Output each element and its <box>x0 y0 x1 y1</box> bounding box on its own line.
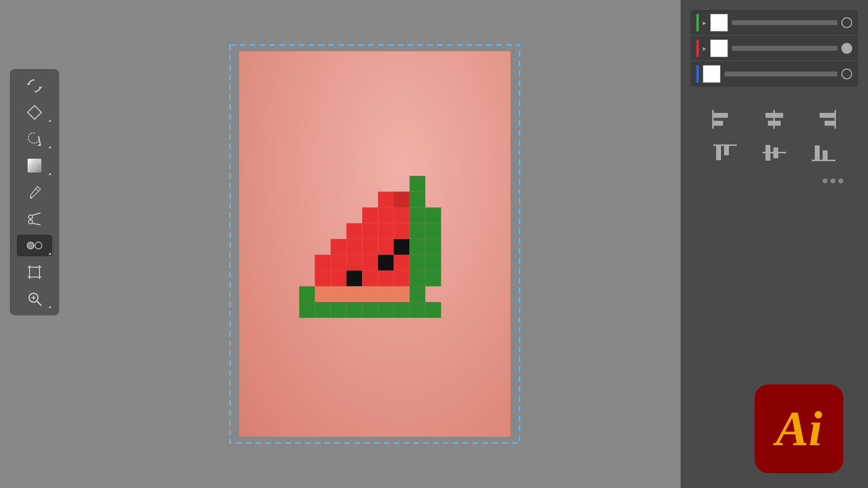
layer-name-bar-3 <box>724 71 837 76</box>
svg-point-14 <box>35 242 42 249</box>
layer-visibility-3[interactable] <box>841 69 852 79</box>
svg-rect-78 <box>394 302 409 318</box>
lasso-tool[interactable] <box>17 128 52 150</box>
layer-row-1[interactable]: ▸ <box>690 10 858 35</box>
tool-submenu-arrow <box>48 146 51 148</box>
svg-rect-35 <box>378 192 394 208</box>
svg-rect-70 <box>378 286 394 302</box>
layer-color-indicator-2 <box>696 39 699 57</box>
align-panel <box>690 102 858 188</box>
layer-thumbnail-2 <box>710 39 728 57</box>
more-dot-2 <box>831 178 835 183</box>
svg-rect-45 <box>330 239 346 255</box>
svg-rect-77 <box>378 302 394 318</box>
align-left-button[interactable] <box>708 106 742 132</box>
more-options[interactable] <box>700 178 848 183</box>
layer-expand-2[interactable]: ▸ <box>703 44 706 52</box>
svg-rect-30 <box>409 176 425 192</box>
svg-point-13 <box>27 242 34 249</box>
svg-rect-57 <box>394 255 409 271</box>
svg-marker-0 <box>27 83 31 85</box>
align-right-button[interactable] <box>806 106 841 132</box>
svg-rect-87 <box>713 113 728 118</box>
blend-tool[interactable] <box>17 235 52 256</box>
svg-rect-68 <box>346 286 362 302</box>
svg-rect-94 <box>825 121 834 126</box>
artboard-inner <box>239 51 510 437</box>
svg-rect-55 <box>362 255 378 271</box>
align-top-button[interactable] <box>708 140 742 166</box>
svg-rect-52 <box>315 255 330 271</box>
svg-rect-102 <box>815 145 820 160</box>
svg-line-7 <box>36 188 38 191</box>
svg-rect-75 <box>346 302 362 318</box>
layer-row-2[interactable]: ▸ <box>690 35 858 61</box>
svg-rect-41 <box>362 223 378 239</box>
svg-rect-47 <box>362 239 378 255</box>
artboard[interactable] <box>239 51 510 437</box>
svg-rect-37 <box>362 208 378 223</box>
artboard-container <box>229 44 520 444</box>
gradient-tool[interactable] <box>17 155 52 176</box>
svg-rect-62 <box>362 271 378 286</box>
svg-point-9 <box>29 215 33 219</box>
svg-rect-92 <box>773 110 775 129</box>
svg-rect-80 <box>299 302 315 318</box>
more-dot-1 <box>823 178 828 183</box>
more-dot-3 <box>838 178 843 183</box>
canvas-area[interactable] <box>69 0 681 488</box>
svg-rect-96 <box>716 145 721 160</box>
svg-rect-44 <box>409 223 425 239</box>
svg-rect-53 <box>330 255 346 271</box>
right-panel: ▸ ▸ <box>681 0 868 488</box>
svg-rect-50 <box>394 239 409 255</box>
svg-rect-89 <box>712 110 714 129</box>
svg-point-8 <box>30 197 32 199</box>
pixel-watermelon <box>299 160 457 343</box>
layer-color-indicator-3 <box>696 65 699 83</box>
tool-submenu-arrow <box>48 306 51 308</box>
ai-logo: Ai <box>755 384 843 473</box>
rotate-tool[interactable] <box>17 75 52 97</box>
eyedropper-tool[interactable] <box>17 181 52 203</box>
layer-row-3[interactable] <box>690 61 858 87</box>
svg-rect-85 <box>425 239 441 255</box>
svg-rect-60 <box>330 271 346 286</box>
layer-visibility-2[interactable] <box>841 43 852 54</box>
tool-panel <box>10 69 59 315</box>
layer-visibility-1[interactable] <box>841 17 852 28</box>
layer-thumbnail-1 <box>710 14 728 32</box>
tool-submenu-arrow <box>48 252 51 255</box>
svg-rect-93 <box>820 113 834 118</box>
svg-line-12 <box>32 223 40 225</box>
svg-rect-88 <box>713 121 723 126</box>
svg-rect-59 <box>315 271 330 286</box>
layer-expand-1[interactable]: ▸ <box>703 19 706 27</box>
svg-rect-76 <box>362 302 378 318</box>
svg-rect-67 <box>330 286 346 302</box>
diamond-tool[interactable] <box>17 102 52 123</box>
align-center-h-button[interactable] <box>757 106 792 132</box>
svg-rect-73 <box>315 302 330 318</box>
svg-marker-1 <box>38 87 42 89</box>
scissors-tool[interactable] <box>17 208 52 230</box>
svg-rect-38 <box>378 208 394 223</box>
zoom-tool[interactable] <box>17 288 52 310</box>
svg-rect-46 <box>346 239 362 255</box>
layer-name-bar-1 <box>732 20 837 25</box>
svg-marker-2 <box>28 105 41 119</box>
ai-logo-text: Ai <box>776 404 822 453</box>
svg-rect-84 <box>425 255 441 271</box>
svg-rect-63 <box>378 271 394 286</box>
svg-rect-40 <box>346 223 362 239</box>
tool-submenu-arrow <box>48 119 51 122</box>
layer-thumbnail-3 <box>703 65 721 83</box>
svg-rect-74 <box>330 302 346 318</box>
svg-rect-48 <box>378 239 394 255</box>
align-center-v-button[interactable] <box>757 140 792 166</box>
artboard-tool[interactable] <box>17 261 52 283</box>
align-bottom-button[interactable] <box>806 140 841 166</box>
svg-rect-72 <box>409 286 425 302</box>
svg-rect-64 <box>394 271 409 286</box>
svg-rect-69 <box>362 286 378 302</box>
